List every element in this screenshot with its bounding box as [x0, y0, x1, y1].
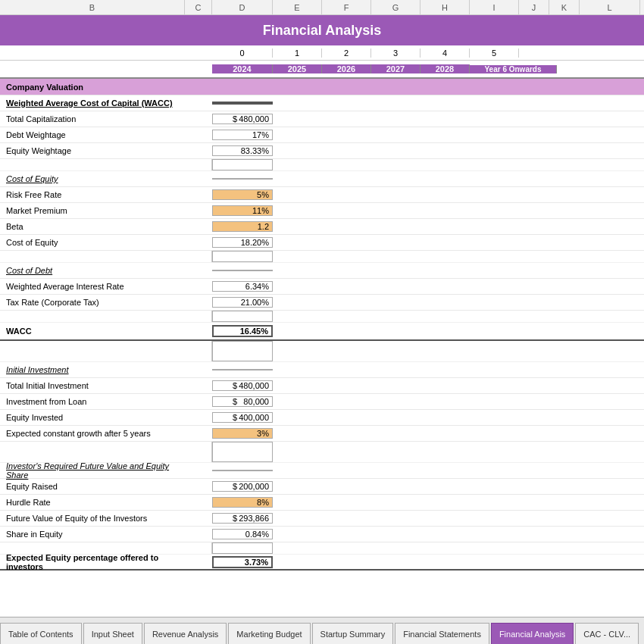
tab-financial-analysis[interactable]: Financial Analysis: [491, 623, 574, 644]
col-b-header: B: [0, 0, 185, 14]
total-initial-investment-row: Total Initial Investment $480,000: [0, 378, 644, 394]
beta-label: Beta: [0, 222, 185, 231]
year-num-1: 1: [273, 48, 322, 58]
total-cap-row: Total Capitalization $480,000: [0, 111, 644, 127]
tab-revenue-analysis[interactable]: Revenue Analysis: [144, 623, 227, 644]
equity-invested-row: Equity Invested $400,000: [0, 410, 644, 426]
equity-raised-label: Equity Raised: [0, 482, 185, 491]
col-c-header: C: [185, 0, 212, 14]
investment-from-loan-row: Investment from Loan $ 80,000: [0, 394, 644, 410]
risk-free-rate-row: Risk Free Rate 5%: [0, 187, 644, 203]
future-value-equity-row: Future Value of Equity of the Investors …: [0, 511, 644, 527]
investment-from-loan-value: $ 80,000: [212, 396, 273, 407]
col-k-header: K: [549, 0, 580, 14]
hurdle-rate-label: Hurdle Rate: [0, 498, 185, 507]
main-content: Company Valuation Weighted Average Cost …: [0, 79, 644, 617]
beta-row: Beta 1.2: [0, 219, 644, 235]
wacc-label: WACC: [0, 327, 185, 336]
expected-equity-pct-label: Expected Equity percentage offered to in…: [0, 553, 185, 571]
risk-free-rate-label: Risk Free Rate: [0, 190, 185, 199]
col-f-header: F: [322, 0, 371, 14]
cost-of-equity-val-value: 18.20%: [212, 237, 273, 248]
tab-marketing-budget[interactable]: Marketing Budget: [228, 623, 310, 644]
initial-investment-header-row: Initial Investment: [0, 362, 644, 378]
expected-growth-value: 3%: [212, 428, 273, 439]
initial-investment-header: Initial Investment: [0, 365, 185, 374]
expected-equity-pct-value: 3.73%: [212, 556, 273, 568]
year-num-2: 2: [322, 48, 371, 58]
year-2024: 2024: [212, 64, 273, 73]
expected-equity-pct-row: Expected Equity percentage offered to in…: [0, 555, 644, 571]
debt-weightage-row: Debt Weightage 17%: [0, 127, 644, 143]
debt-weightage-value: 17%: [212, 130, 273, 140]
col-j-header: J: [519, 0, 549, 14]
equity-weightage-row: Equity Weightage 83.33%: [0, 143, 644, 159]
tab-input-sheet[interactable]: Input Sheet: [83, 623, 142, 644]
debt-weightage-label: Debt Weightage: [0, 130, 185, 139]
equity-invested-label: Equity Invested: [0, 413, 185, 422]
total-initial-investment-value: $480,000: [212, 380, 273, 391]
spacer-3: [0, 311, 644, 323]
col-h-header: H: [420, 0, 470, 14]
col-g-header: G: [371, 0, 420, 14]
total-cap-value: $480,000: [212, 114, 273, 124]
investor-section-header: Investor's Required Future Value and Equ…: [0, 461, 185, 480]
year-2026: 2026: [322, 64, 371, 73]
equity-raised-row: Equity Raised $200,000: [0, 479, 644, 495]
year-6-onwards: Year 6 Onwards: [470, 65, 557, 73]
col-e-header: E: [273, 0, 322, 14]
year-label-row: 2024 2025 2026 2027 2028 Year 6 Onwards: [0, 61, 644, 79]
expected-growth-row: Expected constant growth after 5 years 3…: [0, 426, 644, 442]
wacc-title-row: Weighted Average Cost of Capital (WACC): [0, 95, 644, 111]
total-cap-label: Total Capitalization: [0, 114, 185, 123]
market-premium-label: Market Premium: [0, 206, 185, 215]
tax-rate-value: 21.00%: [212, 297, 273, 308]
weighted-avg-interest-row: Weighted Average Interest Rate 6.34%: [0, 279, 644, 295]
share-in-equity-label: Share in Equity: [0, 530, 185, 539]
risk-free-rate-value: 5%: [212, 189, 273, 200]
wacc-row: WACC 16.45%: [0, 323, 644, 341]
company-valuation-header: Company Valuation: [0, 79, 644, 95]
tab-cac-clv[interactable]: CAC - CLV...: [575, 623, 639, 644]
year-2025: 2025: [273, 64, 322, 73]
tab-startup-summary[interactable]: Startup Summary: [312, 623, 394, 644]
cost-of-equity-header: Cost of Equity: [0, 174, 185, 183]
expected-growth-label: Expected constant growth after 5 years: [0, 429, 185, 438]
company-valuation-label: Company Valuation: [0, 83, 185, 92]
share-in-equity-value: 0.84%: [212, 529, 273, 539]
cost-of-equity-val-row: Cost of Equity 18.20%: [0, 235, 644, 251]
year-2027: 2027: [371, 64, 420, 73]
investor-section-header-row: Investor's Required Future Value and Equ…: [0, 463, 644, 479]
hurdle-rate-value: 8%: [212, 497, 273, 508]
col-d-header: D: [212, 0, 273, 14]
cost-of-equity-header-row: Cost of Equity: [0, 171, 644, 187]
column-header-row: B C D E F G H I J K L: [0, 0, 644, 15]
spacer-4: [0, 341, 644, 362]
year-num-5: 5: [470, 48, 519, 58]
future-value-equity-value: $293,866: [212, 513, 273, 524]
equity-weightage-label: Equity Weightage: [0, 146, 185, 155]
spacer-5: [0, 442, 644, 463]
wacc-title-label: Weighted Average Cost of Capital (WACC): [0, 98, 185, 108]
beta-value: 1.2: [212, 221, 273, 232]
future-value-equity-label: Future Value of Equity of the Investors: [0, 514, 185, 523]
title-text: Financial Analysis: [263, 23, 381, 39]
col-i-header: I: [470, 0, 519, 14]
tax-rate-label: Tax Rate (Corporate Tax): [0, 298, 185, 307]
year-num-4: 4: [420, 48, 470, 58]
investment-from-loan-label: Investment from Loan: [0, 397, 185, 406]
equity-weightage-value: 83.33%: [212, 145, 273, 156]
spacer-2: [0, 251, 644, 263]
tab-table-of-contents[interactable]: Table of Contents: [0, 623, 82, 644]
cost-of-equity-val-label: Cost of Equity: [0, 238, 185, 247]
tab-financial-statements[interactable]: Financial Statements: [395, 623, 489, 644]
tax-rate-row: Tax Rate (Corporate Tax) 21.00%: [0, 295, 644, 311]
weighted-avg-interest-label: Weighted Average Interest Rate: [0, 282, 185, 291]
tabs-bar: Table of Contents Input Sheet Revenue An…: [0, 617, 644, 644]
cost-of-debt-header-row: Cost of Debt: [0, 263, 644, 279]
equity-raised-value: $200,000: [212, 481, 273, 492]
year-num-0: 0: [212, 48, 273, 58]
market-premium-row: Market Premium 11%: [0, 203, 644, 219]
year-2028: 2028: [420, 64, 470, 73]
spacer-1: [0, 159, 644, 171]
